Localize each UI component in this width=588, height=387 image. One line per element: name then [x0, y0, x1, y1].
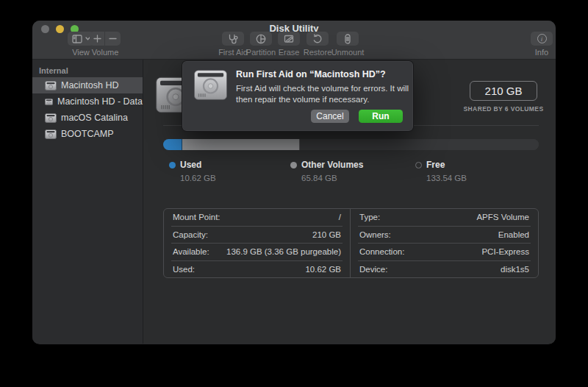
legend-other-value: 65.84 GB [290, 174, 363, 182]
detail-value: 10.62 GB [305, 265, 341, 274]
detail-value: PCI-Express [481, 247, 529, 256]
usage-bar-used-segment [163, 139, 182, 150]
sidebar: Internal Macintosh HD Macinto [32, 60, 143, 344]
free-dot-icon [415, 162, 422, 168]
run-button[interactable]: Run [359, 110, 403, 123]
sidebar-item-label: Macintosh HD - Data [57, 96, 143, 107]
usage-bar [163, 139, 539, 150]
plus-icon [93, 35, 101, 43]
legend-other-label: Other Volumes [301, 160, 363, 170]
detail-label: Mount Point: [173, 213, 220, 221]
add-volume-button[interactable] [90, 32, 105, 46]
detail-value: 210 GB [312, 230, 341, 239]
details-left-column: Mount Point: / Capacity: 210 GB Availabl… [164, 209, 351, 277]
shared-volumes-note: SHARED BY 6 VOLUMES [459, 105, 548, 113]
sidebar-item-label: macOS Catalina [61, 113, 128, 123]
other-volumes-dot-icon [290, 162, 297, 168]
info-button[interactable]: i Info [516, 32, 556, 57]
table-row: Used: 10.62 GB [164, 261, 350, 278]
detail-label: Type: [359, 213, 380, 221]
internal-drive-icon [45, 113, 57, 123]
details-table: Mount Point: / Capacity: 210 GB Availabl… [163, 208, 539, 278]
volume-label: Volume [92, 48, 119, 57]
legend-used-value: 10.62 GB [169, 174, 216, 182]
remove-volume-button[interactable] [105, 32, 121, 46]
sidebar-item-label: Macintosh HD [61, 80, 119, 90]
table-row: Device: disk1s5 [351, 261, 538, 278]
details-right-column: Type: APFS Volume Owners: Enabled Connec… [351, 209, 538, 277]
table-row: Available: 136.9 GB (3.36 GB purgeable) [164, 244, 350, 260]
legend-free-label: Free [426, 160, 445, 170]
table-row: Connection: PCI-Express [351, 244, 538, 260]
sidebar-section-internal: Internal [32, 66, 143, 75]
legend-free: Free 133.54 GB [415, 160, 467, 182]
table-row: Owners: Enabled [351, 227, 538, 244]
sidebar-item-macintosh-hd-data[interactable]: Macintosh HD - Data [32, 93, 143, 110]
unmount-label: Unmount [331, 48, 365, 57]
internal-drive-icon [45, 81, 57, 90]
legend-free-value: 133.54 GB [415, 174, 467, 182]
legend-used-label: Used [180, 160, 201, 170]
detail-value: APFS Volume [476, 213, 529, 221]
legend-other-volumes: Other Volumes 65.84 GB [290, 160, 363, 182]
capacity-badge: 210 GB [470, 81, 537, 101]
usage-bar-free-segment [300, 139, 539, 150]
volume-group: Volume [79, 32, 131, 57]
usage-bar-other-segment [182, 139, 300, 150]
restore-arrow-icon [312, 34, 323, 43]
detail-label: Used: [173, 265, 195, 274]
dialog-title: Run First Aid on “Macintosh HD”? [236, 69, 386, 79]
sidebar-item-macintosh-hd[interactable]: Macintosh HD [32, 77, 143, 93]
minus-icon [109, 35, 117, 43]
detail-value: disk1s5 [501, 265, 529, 274]
detail-label: Available: [173, 247, 209, 256]
internal-drive-icon [45, 97, 53, 107]
detail-value: 136.9 GB (3.36 GB purgeable) [226, 247, 341, 256]
detail-value: Enabled [498, 230, 529, 239]
internal-drive-icon [45, 129, 57, 139]
unmount-button[interactable]: Unmount [322, 32, 373, 57]
detail-label: Owners: [359, 230, 391, 239]
sidebar-item-macos-catalina[interactable]: macOS Catalina [32, 110, 143, 126]
first-aid-dialog: Run First Aid on “Macintosh HD”? First A… [182, 60, 414, 132]
info-label: Info [535, 48, 548, 57]
sidebar-item-bootcamp[interactable]: BOOTCAMP [32, 126, 143, 142]
detail-label: Device: [359, 265, 387, 274]
detail-value: / [339, 213, 341, 221]
table-row: Capacity: 210 GB [164, 227, 350, 244]
dialog-message: First Aid will check the volume for erro… [236, 83, 409, 106]
info-icon: i [537, 34, 547, 43]
used-dot-icon [169, 162, 176, 168]
unmount-drive-icon [344, 34, 351, 44]
hard-drive-icon [193, 69, 228, 101]
table-row: Mount Point: / [164, 209, 350, 226]
detail-label: Connection: [359, 247, 404, 256]
legend-used: Used 10.62 GB [169, 160, 216, 182]
window-chrome: Disk Utility View [32, 21, 556, 60]
detail-label: Capacity: [173, 230, 208, 239]
sidebar-item-label: BOOTCAMP [61, 129, 114, 139]
desktop: Disk Utility View [0, 0, 588, 387]
table-row: Type: APFS Volume [351, 209, 538, 226]
cancel-button[interactable]: Cancel [311, 110, 349, 123]
